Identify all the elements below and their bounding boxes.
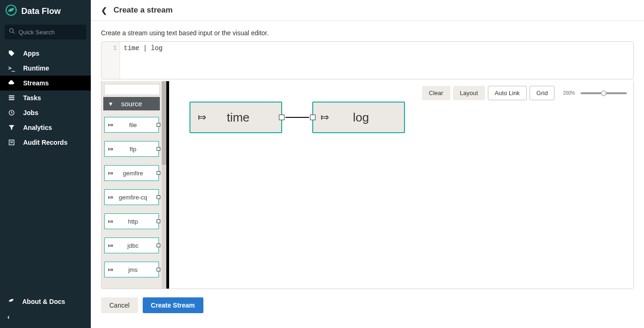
sidebar-item-jobs[interactable]: Jobs bbox=[0, 105, 91, 120]
svg-rect-4 bbox=[9, 97, 14, 98]
zoom-slider-knob[interactable] bbox=[601, 90, 606, 96]
main: ❮ Create a stream Create a stream using … bbox=[91, 0, 644, 328]
gutter: 1 bbox=[101, 42, 120, 79]
palette-item-label: file bbox=[117, 122, 158, 129]
clock-icon bbox=[7, 109, 16, 116]
palette-item-jdbc[interactable]: ⤇ jdbc bbox=[104, 238, 159, 253]
search-input[interactable] bbox=[19, 29, 82, 36]
palette: ▼ source ⤇ file ⤇ ftp ⤇ gemfire bbox=[101, 81, 169, 289]
sidebar-item-tasks[interactable]: Tasks bbox=[0, 90, 91, 105]
port-icon bbox=[157, 147, 160, 151]
sidebar: Data Flow Apps >_ Runtime Streams bbox=[0, 0, 91, 328]
flow-node-label: time bbox=[214, 110, 281, 125]
dsl-editor[interactable]: 1 time | log bbox=[101, 41, 634, 79]
records-icon bbox=[7, 139, 16, 146]
port-icon bbox=[157, 195, 160, 199]
source-icon: ⤇ bbox=[105, 145, 117, 153]
source-icon: ⤇ bbox=[105, 266, 117, 273]
port-out-icon[interactable] bbox=[279, 115, 284, 120]
leaf-icon bbox=[7, 297, 15, 306]
flow-link[interactable] bbox=[285, 117, 309, 118]
port-icon bbox=[157, 171, 160, 175]
visual-editor: ▼ source ⤇ file ⤇ ftp ⤇ gemfire bbox=[101, 81, 634, 289]
palette-filter-input[interactable] bbox=[104, 84, 160, 95]
sidebar-item-label: Streams bbox=[23, 79, 49, 87]
palette-item-jms[interactable]: ⤇ jms bbox=[104, 262, 159, 277]
sidebar-item-runtime[interactable]: >_ Runtime bbox=[0, 61, 91, 76]
nav: Apps >_ Runtime Streams Tasks Jobs bbox=[0, 46, 91, 150]
sidebar-footer: About & Docs ‹ bbox=[0, 293, 91, 324]
cancel-button[interactable]: Cancel bbox=[101, 297, 138, 313]
source-icon: ⤇ bbox=[105, 218, 117, 225]
page-header: ❮ Create a stream bbox=[91, 0, 644, 21]
source-icon: ⤇ bbox=[105, 121, 117, 129]
sidebar-item-label: Audit Records bbox=[23, 139, 68, 146]
leaf-icon bbox=[6, 5, 17, 18]
port-icon bbox=[157, 123, 160, 127]
palette-item-ftp[interactable]: ⤇ ftp bbox=[104, 141, 159, 157]
sidebar-item-about[interactable]: About & Docs bbox=[0, 293, 91, 309]
flow-node-log[interactable]: ⤇ log bbox=[312, 102, 405, 133]
grid-button[interactable]: Grid bbox=[530, 86, 555, 100]
palette-item-label: gemfire-cq bbox=[117, 194, 158, 201]
list-icon bbox=[7, 94, 16, 102]
sidebar-item-audit[interactable]: Audit Records bbox=[0, 135, 91, 150]
sink-icon: ⤇ bbox=[313, 111, 336, 123]
svg-rect-5 bbox=[9, 99, 14, 100]
scrollbar-thumb[interactable] bbox=[162, 81, 166, 165]
sidebar-collapse[interactable]: ‹ bbox=[0, 309, 91, 324]
source-icon: ⤇ bbox=[105, 169, 117, 177]
palette-group-header[interactable]: ▼ source bbox=[103, 97, 160, 110]
palette-scrollbar[interactable] bbox=[162, 81, 166, 289]
svg-point-1 bbox=[10, 29, 13, 32]
terminal-icon: >_ bbox=[7, 65, 16, 71]
svg-rect-3 bbox=[9, 96, 14, 96]
source-icon: ⤇ bbox=[105, 242, 117, 249]
zoom-label: 200% bbox=[563, 90, 575, 96]
sidebar-item-streams[interactable]: Streams bbox=[0, 76, 91, 90]
source-icon: ⤇ bbox=[105, 193, 117, 201]
filter-icon bbox=[7, 124, 16, 131]
sidebar-item-label: Analytics bbox=[23, 124, 52, 131]
palette-item-http[interactable]: ⤇ http bbox=[104, 213, 159, 229]
palette-item-gemfire[interactable]: ⤇ gemfire bbox=[104, 165, 159, 181]
palette-item-label: jms bbox=[117, 266, 158, 273]
autolink-button[interactable]: Auto Link bbox=[488, 86, 527, 100]
palette-item-gemfire-cq[interactable]: ⤇ gemfire-cq bbox=[104, 189, 159, 205]
palette-item-label: ftp bbox=[117, 146, 158, 153]
dsl-text[interactable]: time | log bbox=[120, 42, 633, 79]
create-stream-button[interactable]: Create Stream bbox=[143, 297, 203, 313]
line-number: 1 bbox=[104, 45, 117, 51]
sidebar-item-label: About & Docs bbox=[22, 298, 65, 305]
layout-button[interactable]: Layout bbox=[453, 86, 485, 100]
chevron-left-icon: ‹ bbox=[7, 313, 10, 321]
zoom-slider[interactable] bbox=[581, 92, 627, 94]
port-icon bbox=[157, 268, 160, 271]
sidebar-item-apps[interactable]: Apps bbox=[0, 46, 91, 61]
flow-node-time[interactable]: ⤇ time bbox=[189, 102, 282, 133]
canvas-toolbar: Clear Layout Auto Link Grid 200% bbox=[422, 86, 627, 100]
sidebar-item-label: Jobs bbox=[23, 109, 38, 116]
source-icon: ⤇ bbox=[190, 111, 214, 123]
back-button[interactable]: ❮ bbox=[101, 6, 107, 15]
brand-title: Data Flow bbox=[21, 6, 61, 16]
svg-line-2 bbox=[13, 32, 14, 33]
palette-items: ⤇ file ⤇ ftp ⤇ gemfire ⤇ gemfire-cq bbox=[103, 110, 164, 282]
search-box[interactable] bbox=[5, 25, 86, 39]
search-icon bbox=[8, 27, 16, 37]
palette-item-file[interactable]: ⤇ file bbox=[104, 117, 159, 133]
caret-down-icon: ▼ bbox=[108, 101, 114, 107]
palette-item-label: gemfire bbox=[117, 170, 158, 177]
port-icon bbox=[157, 244, 160, 247]
port-in-icon[interactable] bbox=[310, 115, 316, 120]
flow-canvas[interactable]: Clear Layout Auto Link Grid 200% ⤇ time … bbox=[169, 81, 633, 289]
tag-icon bbox=[7, 50, 16, 57]
sidebar-item-label: Tasks bbox=[23, 94, 41, 102]
sidebar-item-label: Runtime bbox=[23, 64, 49, 72]
cloud-icon bbox=[7, 79, 16, 87]
palette-item-label: http bbox=[117, 218, 158, 225]
sidebar-item-analytics[interactable]: Analytics bbox=[0, 120, 91, 135]
clear-button[interactable]: Clear bbox=[422, 86, 450, 100]
palette-item-label: jdbc bbox=[117, 242, 158, 249]
port-icon bbox=[157, 219, 160, 223]
